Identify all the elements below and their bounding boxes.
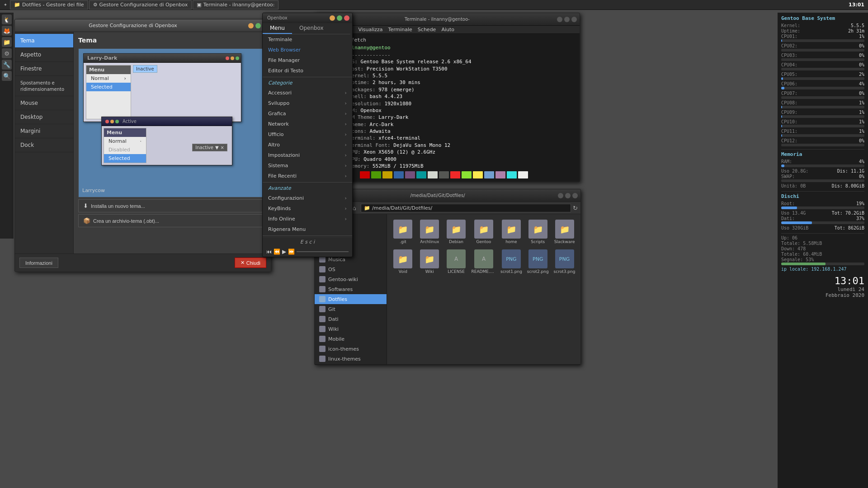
dock-item-2[interactable]: 📁: [2, 37, 12, 47]
fm-refresh-button[interactable]: ↻: [573, 205, 578, 211]
file-home[interactable]: 📁 home: [499, 218, 524, 246]
fm-sidebar-linux-themes[interactable]: linux-themes: [315, 354, 387, 364]
dock-item-1[interactable]: 🦊: [2, 26, 12, 36]
term-menu-schede[interactable]: Schede: [418, 27, 436, 33]
minimize-button[interactable]: [248, 23, 254, 28]
ob-menu-altro[interactable]: Altro ›: [263, 140, 352, 150]
dock-item-0[interactable]: 🐧: [2, 14, 12, 24]
file-slackware[interactable]: 📁 Slackware: [552, 218, 577, 246]
term-controls: [557, 17, 577, 22]
palette-2: [371, 171, 381, 178]
ob-menu-terminale[interactable]: Terminale: [263, 34, 352, 45]
ob-menu-info-online[interactable]: Info Online ›: [263, 214, 352, 224]
media-back[interactable]: ⏪: [274, 249, 280, 255]
file-scrot1[interactable]: PNG scrot1.png: [499, 248, 524, 276]
ob-menu-grafica[interactable]: Grafica ›: [263, 108, 352, 119]
fm-sidebar-icon-themes[interactable]: icon-themes: [315, 344, 387, 354]
taskbar-item-dotfiles[interactable]: 📁 Dotfiles - Gestore dei file: [10, 0, 88, 9]
taskbar-item-openbox[interactable]: ⚙ Gestore Configurazione di Openbox: [89, 0, 192, 9]
inactive-dropdown[interactable]: Inactive ▼ ×: [192, 144, 227, 151]
info-button[interactable]: Informazioni: [19, 258, 58, 268]
openbox-sidebar: Tema Aspetto Finestre Spostamento e ridi…: [15, 32, 74, 253]
ob-menu-ufficio[interactable]: Ufficio ›: [263, 129, 352, 140]
fm-sidebar-dotfiles[interactable]: Dotfiles: [315, 294, 387, 304]
dock-item-4[interactable]: 🔧: [2, 60, 12, 70]
file-readme[interactable]: A README.md: [470, 248, 497, 276]
lc-min-dot: [110, 120, 114, 123]
term-menu-visualizza[interactable]: Visualizza: [358, 27, 382, 33]
sidebar-item-tema[interactable]: Tema: [15, 34, 73, 48]
sidebar-item-mouse[interactable]: Mouse: [15, 96, 73, 110]
ob-menu-file-manager[interactable]: File Manager: [263, 55, 352, 66]
file-git[interactable]: 📁 .git: [391, 218, 415, 246]
larrycow-titlebar: Active: [102, 117, 232, 126]
ob-footer: E s c i: [263, 237, 352, 247]
file-gentoo[interactable]: 📁 Gentoo: [470, 218, 497, 246]
term-menu-aiuto[interactable]: Aiuto: [441, 27, 454, 33]
wiki-icon: [319, 326, 326, 332]
ob-maximize[interactable]: [337, 15, 342, 21]
ob-menu-keybinds[interactable]: KeyBinds ›: [263, 203, 352, 214]
ob-menu-accessori[interactable]: Accessori ›: [263, 88, 352, 98]
sidebar-item-margini[interactable]: Margini: [15, 124, 73, 138]
file-scrot1-name: scrot1.png: [500, 269, 522, 274]
file-archlinux[interactable]: 📁 Archlinux: [417, 218, 442, 246]
sidebar-item-aspetto[interactable]: Aspetto: [15, 48, 73, 62]
ob-menu-sistema[interactable]: Sistema ›: [263, 160, 352, 171]
ob-menu-configurazioni[interactable]: Configurazioni ›: [263, 193, 352, 203]
fm-sidebar-os[interactable]: OS: [315, 264, 387, 274]
ob-close[interactable]: [344, 15, 349, 21]
sidebar-item-spostamento[interactable]: Spostamento e ridimensionamento: [15, 76, 73, 96]
media-play[interactable]: ▶: [282, 249, 286, 255]
taskbar-item-terminal[interactable]: ▣ Terminale - ilnanny@gentoo:: [193, 0, 278, 9]
media-prev[interactable]: ⏮: [266, 249, 272, 255]
fm-sidebar-gentoo-wiki[interactable]: Gentoo-wiki: [315, 274, 387, 284]
fm-sidebar-mobile[interactable]: Mobile: [315, 334, 387, 344]
tab-openbox[interactable]: Openbox: [292, 23, 331, 34]
ob-menu-editor[interactable]: Editor di Testo: [263, 66, 352, 76]
conky-bar-cpu12: [781, 144, 864, 146]
conky-root: Root: 19%: [781, 201, 864, 206]
fm-sidebar-wiki[interactable]: Wiki: [315, 324, 387, 334]
file-scrot2[interactable]: PNG scrot2.png: [525, 248, 550, 276]
fm-address-bar[interactable]: 📁 /media/Dati/Git/Dotfiles/: [361, 204, 571, 212]
conky-down: Down: 478: [781, 246, 864, 251]
ob-minimize[interactable]: [330, 15, 335, 21]
file-debian[interactable]: 📁 Debian: [444, 218, 469, 246]
close-window-button[interactable]: ✕ Chiudi: [235, 258, 266, 268]
ob-menu-network[interactable]: Network ›: [263, 119, 352, 129]
archive-theme-button[interactable]: 📦 Crea un archivio-tema (.obt)...: [78, 214, 266, 227]
ob-menu-rigenera[interactable]: Rigenera Menu: [263, 224, 352, 235]
file-scrot3[interactable]: PNG scrot3.png: [552, 248, 577, 276]
sidebar-item-desktop[interactable]: Desktop: [15, 110, 73, 124]
start-icon[interactable]: ✦: [2, 1, 9, 9]
file-wiki[interactable]: 📁 Wiki: [417, 248, 442, 276]
lc-menu-label: Menu: [104, 128, 146, 137]
dock-item-5[interactable]: 🔍: [2, 71, 12, 81]
conky-bar-cpu05: [781, 77, 864, 80]
file-license[interactable]: A LICENSE: [444, 248, 469, 276]
sidebar-item-finestre[interactable]: Finestre: [15, 62, 73, 76]
os-icon: [319, 266, 326, 272]
conky-disks-section: Dischi Root: 19% Uso 13.4G Tot: 70.2GiB …: [781, 191, 864, 230]
tab-menu[interactable]: Menu: [263, 23, 292, 34]
fm-sidebar-softwares[interactable]: Softwares: [315, 284, 387, 294]
term-menu-terminale[interactable]: Terminale: [388, 27, 412, 33]
ob-menu-sviluppo[interactable]: Sviluppo ›: [263, 98, 352, 108]
fm-sidebar-git[interactable]: Git: [315, 304, 387, 314]
media-slider[interactable]: [297, 251, 349, 252]
file-void[interactable]: 📁 Void: [391, 248, 415, 276]
fm-sidebar-dati[interactable]: Dati: [315, 314, 387, 324]
ob-menu-web-browser[interactable]: Web Browser: [263, 45, 352, 55]
ob-footer-text[interactable]: E s c i: [300, 239, 315, 245]
ob-menu-impostazioni[interactable]: Impostazioni ›: [263, 150, 352, 160]
conky-cpu12: CPU12: 0%: [781, 138, 864, 143]
maximize-button[interactable]: [255, 23, 261, 28]
file-scripts[interactable]: 📁 Scripts: [525, 218, 550, 246]
media-forward[interactable]: ⏩: [288, 249, 295, 255]
install-theme-button[interactable]: ⬇ Installa un nuovo tema...: [78, 199, 266, 212]
ob-menu-file-recenti[interactable]: File Recenti ›: [263, 171, 352, 181]
conky-cpu05: CPU05: 2%: [781, 72, 864, 77]
sidebar-item-dock[interactable]: Dock: [15, 138, 73, 152]
dock-item-3[interactable]: ⚙: [2, 48, 12, 58]
